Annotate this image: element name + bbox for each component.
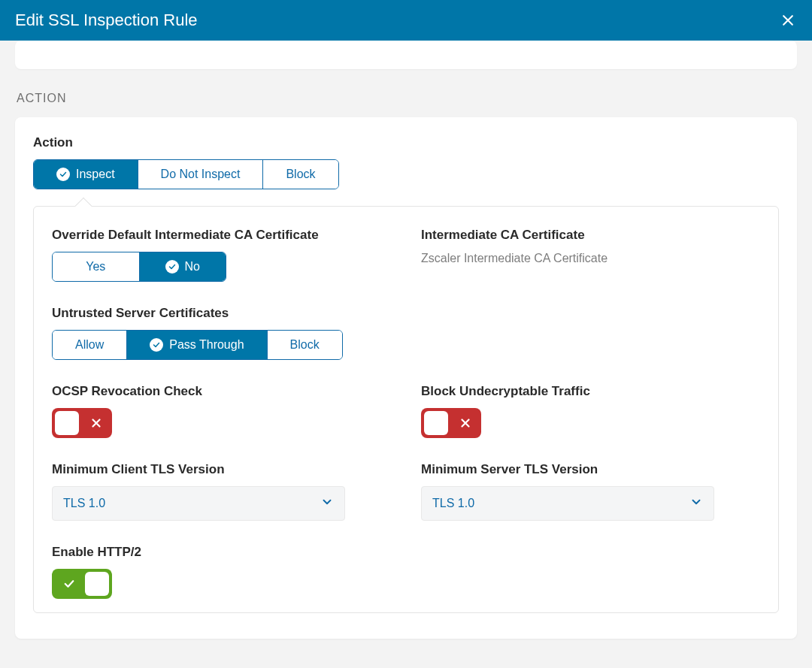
http2-label: Enable HTTP/2 (52, 545, 391, 560)
ocsp-label: OCSP Revocation Check (52, 384, 391, 399)
action-segmented: Inspect Do Not Inspect Block (33, 159, 339, 189)
action-option-inspect[interactable]: Inspect (34, 160, 138, 189)
toggle-knob (55, 411, 79, 435)
check-icon (62, 577, 76, 591)
untrusted-segmented: Allow Pass Through Block (52, 330, 343, 360)
min-server-tls-label: Minimum Server TLS Version (421, 462, 760, 477)
action-label: Action (33, 135, 779, 150)
chevron-down-icon (689, 495, 703, 512)
check-icon (165, 260, 179, 274)
dialog-title: Edit SSL Inspection Rule (15, 11, 198, 30)
check-icon (56, 168, 70, 181)
action-option-do-not-inspect[interactable]: Do Not Inspect (138, 160, 264, 189)
action-card: Action Inspect Do Not Inspect Block (15, 117, 797, 639)
check-icon (150, 338, 163, 352)
ocsp-toggle[interactable] (52, 408, 112, 438)
chevron-down-icon (320, 495, 334, 512)
dialog-body: ACTION Action Inspect Do Not Inspect Blo… (0, 41, 812, 668)
action-option-label: Block (286, 168, 315, 181)
override-ca-yes[interactable]: Yes (53, 252, 140, 281)
override-ca-segmented: Yes No (52, 252, 226, 282)
toggle-knob (424, 411, 448, 435)
untrusted-block[interactable]: Block (268, 331, 342, 359)
untrusted-option-label: Block (290, 338, 320, 352)
close-icon (780, 13, 795, 28)
intermediate-ca-label: Intermediate CA Certificate (421, 228, 760, 243)
close-button[interactable] (779, 11, 797, 29)
override-ca-no[interactable]: No (140, 252, 226, 281)
intermediate-ca-value: Zscaler Intermediate CA Certificate (421, 252, 760, 265)
inspect-options-panel: Override Default Intermediate CA Certifi… (33, 206, 779, 613)
min-client-tls-label: Minimum Client TLS Version (52, 462, 391, 477)
min-server-tls-select[interactable]: TLS 1.0 (421, 486, 714, 521)
edit-ssl-rule-dialog: Edit SSL Inspection Rule ACTION Action I… (0, 0, 812, 668)
panel-pointer (75, 198, 92, 215)
block-undecryptable-toggle[interactable] (421, 408, 481, 438)
toggle-knob (85, 572, 109, 596)
untrusted-label: Untrusted Server Certificates (52, 306, 391, 321)
untrusted-option-label: Allow (75, 338, 104, 352)
untrusted-allow[interactable]: Allow (53, 331, 127, 359)
untrusted-pass-through[interactable]: Pass Through (127, 331, 267, 359)
untrusted-option-label: Pass Through (169, 338, 244, 352)
override-ca-no-label: No (185, 260, 200, 274)
select-value: TLS 1.0 (63, 497, 105, 510)
previous-section-card (15, 41, 797, 69)
dialog-header: Edit SSL Inspection Rule (0, 0, 812, 41)
override-ca-yes-label: Yes (86, 260, 105, 274)
override-ca-label: Override Default Intermediate CA Certifi… (52, 228, 391, 243)
action-option-label: Inspect (76, 168, 115, 181)
action-option-label: Do Not Inspect (161, 168, 241, 181)
x-icon (89, 416, 103, 430)
section-heading: ACTION (17, 92, 797, 105)
block-undecryptable-label: Block Undecryptable Traffic (421, 384, 760, 399)
select-value: TLS 1.0 (432, 497, 474, 510)
http2-toggle[interactable] (52, 569, 112, 599)
x-icon (459, 416, 472, 430)
action-option-block[interactable]: Block (263, 160, 338, 189)
min-client-tls-select[interactable]: TLS 1.0 (52, 486, 345, 521)
